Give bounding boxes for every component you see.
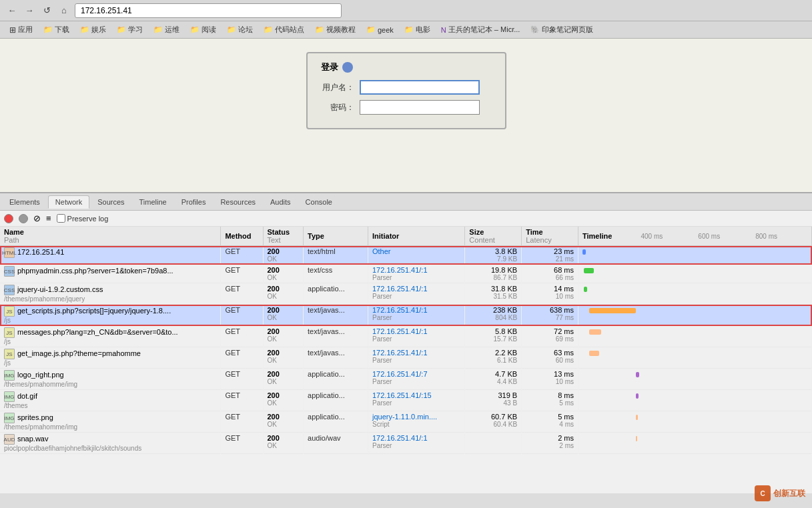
preserve-log-input[interactable] (57, 214, 65, 223)
address-bar[interactable] (75, 3, 342, 18)
bookmark-download[interactable]: 📁 下载 (39, 24, 73, 35)
bookmark-label: geek (378, 26, 394, 34)
cell-method: GET (221, 390, 263, 411)
cell-time: 68 ms66 ms (522, 265, 578, 283)
cell-method: GET (221, 246, 263, 265)
cell-status: 200OK (263, 246, 304, 265)
table-row[interactable]: IMGlogo_right.png/themes/pmahomme/imgGET… (0, 369, 812, 390)
table-row[interactable]: IMGsprites.png/themes/pmahomme/imgGET200… (0, 411, 812, 433)
cell-status: 200OK (263, 433, 304, 454)
cell-time: 2 ms2 ms (522, 433, 578, 454)
table-row[interactable]: JSmessages.php?lang=zh_CN&db=&server=0&t… (0, 326, 812, 347)
cell-timeline (578, 265, 812, 283)
cell-initiator: 172.16.251.41/:1Parser (368, 347, 464, 369)
cell-initiator: 172.16.251.41/:1Parser (368, 283, 464, 305)
list-view-icon[interactable]: ≡ (46, 213, 51, 223)
bookmark-geek[interactable]: 📁 geek (362, 25, 398, 35)
devtools-panel: Elements Network Sources Timeline Profil… (0, 192, 812, 493)
timeline-bar (584, 287, 587, 292)
network-table: NamePath Method StatusText Type Initiato… (0, 227, 812, 454)
table-row[interactable]: IMGdot.gif/themesGET200OKapplicatio...17… (0, 390, 812, 411)
request-name: phpmyadmin.css.php?server=1&token=7b9a8.… (17, 267, 173, 275)
request-path: /themes/pmahomme/img (4, 423, 216, 431)
cell-name: IMGlogo_right.png/themes/pmahomme/img (0, 369, 221, 390)
cell-method: GET (221, 347, 263, 369)
filter-icon[interactable]: ⊘ (33, 213, 41, 223)
tab-resources[interactable]: Resources (214, 196, 262, 208)
bookmark-movie[interactable]: 📁 电影 (400, 24, 434, 35)
cell-initiator: 172.16.251.41/:15Parser (368, 390, 464, 411)
bookmark-apps[interactable]: ⊞ 应用 (5, 24, 37, 35)
tab-audits[interactable]: Audits (264, 196, 298, 208)
nav-bar: ← → ↺ ⌂ (0, 0, 812, 21)
bookmark-label: 运维 (165, 25, 179, 35)
bookmark-label: 电影 (416, 25, 430, 35)
table-row[interactable]: HTML172.16.251.41GET200OKtext/htmlOther3… (0, 246, 812, 265)
cell-timeline (578, 390, 812, 411)
password-row: 密码： (321, 100, 492, 115)
bookmark-code[interactable]: 📁 代码站点 (260, 24, 308, 35)
cell-status: 200OK (263, 411, 304, 433)
table-row[interactable]: JSget_scripts.js.php?scripts[]=jquery/jq… (0, 305, 812, 326)
bookmark-label: 视频教程 (326, 25, 356, 35)
bookmark-label: 学习 (128, 25, 143, 35)
bookmark-video[interactable]: 📁 视频教程 (311, 24, 360, 35)
cell-method: GET (221, 369, 263, 390)
bookmark-label: 王兵的笔记本 – Micr... (448, 25, 520, 35)
bookmark-ops[interactable]: 📁 运维 (149, 24, 183, 35)
tab-sources[interactable]: Sources (91, 196, 131, 208)
bookmark-entertainment[interactable]: 📁 娱乐 (76, 24, 110, 35)
bookmark-onenote[interactable]: N 王兵的笔记本 – Micr... (437, 24, 524, 35)
request-name: get_image.js.php?theme=pmahomme (17, 349, 141, 357)
cell-timeline (578, 369, 812, 390)
bookmark-reading[interactable]: 📁 阅读 (186, 24, 220, 35)
bookmark-evernote[interactable]: 🐘 印象笔记网页版 (526, 24, 597, 35)
tab-profiles[interactable]: Profiles (175, 196, 213, 208)
password-input[interactable] (360, 100, 480, 115)
tab-timeline[interactable]: Timeline (133, 196, 173, 208)
bookmark-study[interactable]: 📁 学习 (113, 24, 147, 35)
cell-method: GET (221, 305, 263, 326)
forward-button[interactable]: → (23, 4, 36, 17)
watermark: C 创新互联 (755, 485, 805, 493)
preserve-log-checkbox[interactable]: Preserve log (57, 214, 109, 223)
img-icon: IMG (4, 391, 15, 402)
network-table-header: NamePath Method StatusText Type Initiato… (0, 227, 812, 246)
css-icon: CSS (4, 266, 15, 277)
cell-size: 4.7 KB4.4 KB (465, 369, 522, 390)
clear-button[interactable] (19, 214, 28, 223)
tab-console[interactable]: Console (299, 196, 339, 208)
request-name: 172.16.251.41 (17, 248, 64, 256)
js-icon: JS (4, 306, 15, 317)
login-title-text: 登录 (321, 61, 338, 73)
table-row[interactable]: CSSjquery-ui-1.9.2.custom.css/themes/pma… (0, 283, 812, 305)
img-icon: IMG (4, 413, 15, 423)
cell-size: 2.2 KB6.1 KB (465, 347, 522, 369)
username-input[interactable] (360, 80, 480, 95)
username-row: 用户名： (321, 80, 492, 95)
cell-type: applicatio... (304, 369, 368, 390)
cell-size: 31.8 KB31.5 KB (465, 283, 522, 305)
devtools-toolbar: ⊘ ≡ Preserve log (0, 211, 812, 227)
col-type: Type (304, 227, 368, 246)
network-rows: HTML172.16.251.41GET200OKtext/htmlOther3… (0, 246, 812, 454)
home-button[interactable]: ⌂ (57, 4, 71, 17)
cell-size: 319 B43 B (465, 390, 522, 411)
cell-initiator: 172.16.251.41/:1Parser (368, 305, 464, 326)
tab-elements[interactable]: Elements (3, 196, 47, 208)
col-size: SizeContent (465, 227, 522, 246)
col-method: Method (221, 227, 263, 246)
table-row[interactable]: AUDsnap.wavpioclpoplcdbaefihamjohnefbikj… (0, 433, 812, 454)
back-button[interactable]: ← (5, 4, 19, 17)
tab-network[interactable]: Network (48, 195, 89, 209)
preserve-log-label: Preserve log (67, 215, 109, 223)
table-row[interactable]: JSget_image.js.php?theme=pmahomme/jsGET2… (0, 347, 812, 369)
request-name: get_scripts.js.php?scripts[]=jquery/jque… (17, 307, 171, 315)
reload-button[interactable]: ↺ (40, 4, 53, 17)
request-path: /themes/pmahomme/img (4, 381, 216, 388)
bookmark-forum[interactable]: 📁 论坛 (223, 24, 257, 35)
table-row[interactable]: CSSphpmyadmin.css.php?server=1&token=7b9… (0, 265, 812, 283)
request-name: logo_right.png (17, 371, 64, 379)
record-button[interactable] (4, 214, 13, 223)
cell-size (465, 433, 522, 454)
